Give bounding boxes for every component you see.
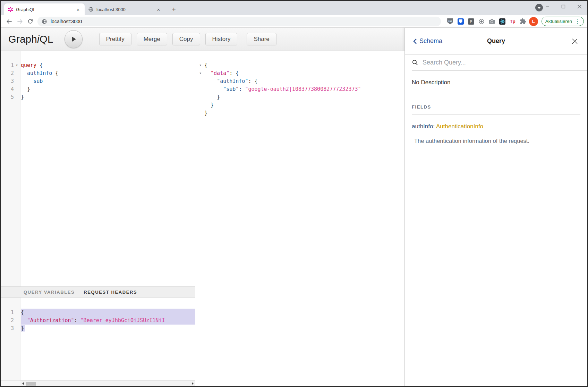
url-bar[interactable]: localhost:3000 xyxy=(37,17,441,26)
tab-request-headers[interactable]: REQUEST HEADERS xyxy=(84,290,137,295)
scrollbar-corner xyxy=(1,380,20,386)
update-button-label: Aktualisieren xyxy=(545,19,572,24)
fold-arrow-icon[interactable]: ▾ xyxy=(195,69,202,77)
code-line[interactable]: } xyxy=(195,93,404,101)
fold-gutter xyxy=(14,325,20,333)
camera-icon[interactable] xyxy=(487,16,497,27)
result-viewer[interactable]: ▾{▾ "data": { "authInfo": { "sub": "goog… xyxy=(195,51,404,386)
tab-title: GraphiQL xyxy=(16,7,75,12)
update-button[interactable]: Aktualisieren ⋮ xyxy=(542,17,584,26)
search-icon xyxy=(412,59,418,66)
graphiql-logo: GraphiQL xyxy=(8,34,53,45)
code-line[interactable]: "authInfo": { xyxy=(195,77,404,85)
url-text: localhost:3000 xyxy=(51,19,82,24)
code-line[interactable]: 3 sub xyxy=(1,77,195,85)
code-line[interactable]: 5} xyxy=(1,93,195,101)
p-badge-icon[interactable]: P xyxy=(466,16,476,27)
scroll-left-icon[interactable] xyxy=(20,381,25,386)
doc-search-input[interactable] xyxy=(423,59,585,66)
tab-query-variables[interactable]: QUERY VARIABLES xyxy=(24,290,75,295)
code-line[interactable]: 1{ xyxy=(1,309,195,317)
doc-field-type-link[interactable]: AuthenticationInfo xyxy=(436,123,483,130)
chevron-left-icon xyxy=(412,38,417,44)
globe-icon xyxy=(88,7,94,12)
fold-arrow-icon[interactable]: ▾ xyxy=(195,61,202,69)
code-line[interactable]: "sub": "google-oauth2|108377380082777232… xyxy=(195,85,404,93)
fold-gutter xyxy=(14,77,20,85)
doc-back-label: Schema xyxy=(419,37,442,45)
copy-button[interactable]: Copy xyxy=(172,33,200,45)
fold-gutter xyxy=(14,93,20,101)
line-number: 2 xyxy=(1,317,14,325)
code-line[interactable]: 3} xyxy=(1,325,195,333)
line-number: 3 xyxy=(1,77,14,85)
fold-gutter xyxy=(14,69,20,77)
doc-back-link[interactable]: Schema xyxy=(412,37,442,45)
query-pane: 1▾query {2 authInfo {3 sub4 }5} QUERY VA… xyxy=(1,51,195,386)
execute-button[interactable] xyxy=(65,30,83,48)
horizontal-scrollbar[interactable] xyxy=(1,380,195,386)
tp-badge-icon[interactable]: Tp xyxy=(508,16,518,27)
code-line[interactable]: 1▾query { xyxy=(1,61,195,69)
menu-kebab-icon[interactable]: ⋮ xyxy=(575,18,580,25)
line-number: 5 xyxy=(1,93,14,101)
fold-arrow-icon[interactable]: ▾ xyxy=(14,61,20,69)
query-editor[interactable]: 1▾query {2 authInfo {3 sub4 }5} xyxy=(1,51,195,286)
reload-icon[interactable] xyxy=(25,16,35,27)
fold-gutter xyxy=(14,317,20,325)
bitwarden-shield-icon[interactable] xyxy=(455,16,466,27)
fold-gutter xyxy=(195,77,202,85)
react-devtools-icon[interactable] xyxy=(497,16,508,27)
tab-close-icon[interactable]: × xyxy=(75,6,81,12)
scrollbar-thumb[interactable] xyxy=(26,382,36,386)
line-number: 1 xyxy=(1,309,14,317)
tab-strip: GraphiQL × localhost:3000 × + xyxy=(1,1,587,15)
fold-gutter xyxy=(14,85,20,93)
line-number: 4 xyxy=(1,85,14,93)
forward-icon[interactable] xyxy=(15,16,25,27)
doc-close-icon[interactable] xyxy=(571,37,579,45)
code-line[interactable]: ▾ "data": { xyxy=(195,69,404,77)
browser-window: GraphiQL × localhost:3000 × + xyxy=(0,0,588,387)
code-line[interactable]: 2 "Authorization": "Bearer eyJhbGciOiJSU… xyxy=(1,317,195,325)
browser-tab-graphiql[interactable]: GraphiQL × xyxy=(4,3,85,15)
graphql-logo-icon xyxy=(8,7,13,12)
line-number: 3 xyxy=(1,325,14,333)
tab-close-icon[interactable]: × xyxy=(155,6,162,12)
back-icon[interactable] xyxy=(4,16,15,27)
fold-gutter xyxy=(195,109,202,117)
ublock-shield-icon[interactable]: UO xyxy=(445,16,455,27)
share-button[interactable]: Share xyxy=(247,33,276,45)
doc-divider xyxy=(412,114,580,115)
site-globe-icon xyxy=(42,19,47,24)
code-line[interactable]: 4 } xyxy=(1,85,195,93)
doc-explorer-panel: Schema Query No Description FIELDS authI… xyxy=(404,28,587,386)
code-line[interactable]: ▾{ xyxy=(195,61,404,69)
doc-field-name-link[interactable]: authInfo xyxy=(412,123,433,130)
close-button[interactable] xyxy=(571,1,587,12)
doc-fields-heading: FIELDS xyxy=(412,104,580,110)
line-number: 2 xyxy=(1,69,14,77)
code-line[interactable]: 2 authInfo { xyxy=(1,69,195,77)
code-line[interactable]: } xyxy=(195,109,404,117)
browser-tab-localhost[interactable]: localhost:3000 × xyxy=(85,3,165,15)
scroll-right-icon[interactable] xyxy=(190,381,195,386)
code-line[interactable]: } xyxy=(195,101,404,109)
doc-explorer-header: Schema Query xyxy=(405,28,587,55)
address-bar: localhost:3000 UO P xyxy=(1,15,587,28)
profile-avatar[interactable]: L xyxy=(528,16,539,27)
request-headers-editor[interactable]: 1{2 "Authorization": "Bearer eyJhbGciOiJ… xyxy=(1,298,195,380)
graphiql-app: GraphiQL Prettify Merge Copy History Sha… xyxy=(1,28,587,386)
merge-button[interactable]: Merge xyxy=(137,33,167,45)
play-icon xyxy=(70,36,77,43)
maximize-button[interactable] xyxy=(555,1,571,12)
tab-separator xyxy=(166,6,166,13)
fold-gutter xyxy=(195,101,202,109)
picker-crosshair-icon[interactable] xyxy=(476,16,487,27)
prettify-button[interactable]: Prettify xyxy=(99,33,131,45)
minimize-button[interactable] xyxy=(539,1,555,12)
new-tab-button[interactable]: + xyxy=(169,5,179,14)
tab-title: localhost:3000 xyxy=(96,7,155,12)
history-button[interactable]: History xyxy=(205,33,238,45)
extensions-puzzle-icon[interactable] xyxy=(518,16,528,27)
